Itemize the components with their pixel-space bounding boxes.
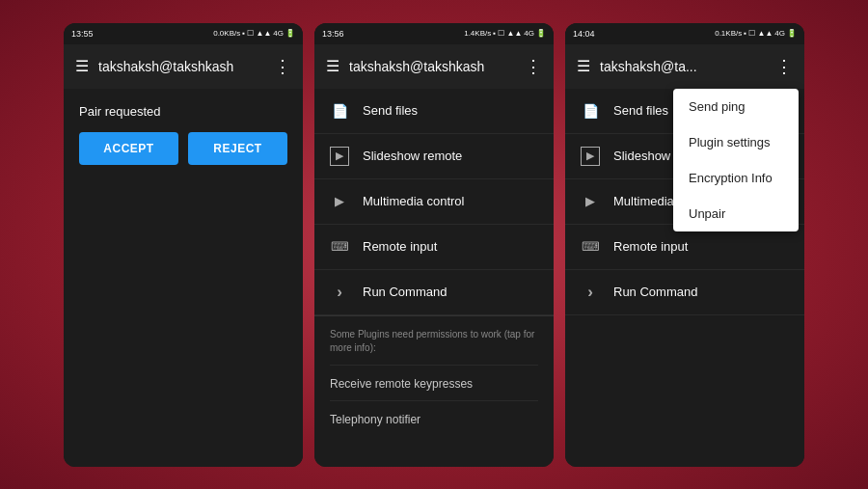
- content-1: Pair requested ACCEPT REJECT: [64, 89, 303, 467]
- slideshow-label: Slideshow remote: [363, 149, 462, 163]
- encryption-info-option[interactable]: Encryption Info: [673, 160, 799, 196]
- phone-2: 13:56 1.4KB/s ▪ ☐ ▲▲ 4G 🔋 ☰ takshaksh@ta…: [314, 23, 554, 467]
- overflow-menu-icon-1[interactable]: ⋮: [274, 56, 291, 77]
- status-time-3: 14:04: [573, 29, 595, 39]
- command-icon-3: ›: [581, 283, 600, 302]
- reject-button[interactable]: REJECT: [188, 132, 287, 165]
- slideshow-icon: ▶: [330, 147, 349, 166]
- hamburger-icon-1[interactable]: ☰: [75, 57, 89, 75]
- status-time-2: 13:56: [322, 29, 344, 39]
- file-icon: 📄: [330, 101, 349, 121]
- remote-input-item[interactable]: ⌨ Remote input: [314, 225, 554, 270]
- hamburger-icon-3[interactable]: ☰: [577, 57, 590, 75]
- send-files-label: Send files: [363, 103, 418, 118]
- multimedia-icon-3: ▶: [581, 192, 600, 211]
- content-2: 📄 Send files ▶ Slideshow remote ▶ Multim…: [314, 89, 554, 467]
- top-bar-title-3: takshaksh@ta...: [600, 59, 766, 74]
- plugin-settings-option[interactable]: Plugin settings: [673, 124, 799, 160]
- multimedia-label: Multimedia control: [363, 194, 465, 208]
- remote-input-label-3: Remote input: [613, 239, 688, 254]
- top-bar-title-1: takshaksh@takshkash: [98, 59, 264, 74]
- run-command-item[interactable]: › Run Command: [314, 270, 554, 315]
- permission-keypresses[interactable]: Receive remote keypresses: [330, 365, 538, 400]
- send-ping-option[interactable]: Send ping: [673, 89, 799, 124]
- run-command-label: Run Command: [363, 285, 447, 299]
- permissions-info-text: Some Plugins need permissions to work (t…: [330, 328, 538, 355]
- overflow-menu-icon-2[interactable]: ⋮: [525, 56, 542, 77]
- accept-button[interactable]: ACCEPT: [79, 132, 178, 165]
- pair-buttons: ACCEPT REJECT: [79, 132, 287, 165]
- status-time-1: 13:55: [71, 29, 94, 39]
- pair-text: Pair requested: [79, 104, 287, 119]
- status-bar-1: 13:55 0.0KB/s ▪ ☐ ▲▲ 4G 🔋: [64, 23, 303, 44]
- keypresses-label: Receive remote keypresses: [330, 377, 473, 391]
- status-right-2: 1.4KB/s ▪ ☐ ▲▲ 4G 🔋: [464, 29, 546, 38]
- send-files-item[interactable]: 📄 Send files: [314, 89, 554, 134]
- status-right-3: 0.1KB/s ▪ ☐ ▲▲ 4G 🔋: [715, 29, 797, 38]
- overflow-dropdown: Send ping Plugin settings Encryption Inf…: [673, 89, 799, 231]
- top-bar-2: ☰ takshaksh@takshkash ⋮: [314, 44, 554, 89]
- run-command-label-3: Run Command: [613, 285, 697, 299]
- slideshow-item[interactable]: ▶ Slideshow remote: [314, 134, 554, 179]
- pair-panel: Pair requested ACCEPT REJECT: [64, 89, 303, 180]
- multimedia-item[interactable]: ▶ Multimedia control: [314, 179, 554, 225]
- remote-input-label: Remote input: [363, 239, 437, 254]
- status-bar-2: 13:56 1.4KB/s ▪ ☐ ▲▲ 4G 🔋: [314, 23, 554, 44]
- top-bar-title-2: takshaksh@takshkash: [349, 59, 515, 74]
- file-icon-3: 📄: [581, 101, 600, 121]
- permission-telephony[interactable]: Telephony notifier: [330, 400, 538, 436]
- phone-1: 13:55 0.0KB/s ▪ ☐ ▲▲ 4G 🔋 ☰ takshaksh@ta…: [64, 23, 303, 467]
- top-bar-1: ☰ takshaksh@takshkash ⋮: [64, 44, 303, 89]
- hamburger-icon-2[interactable]: ☰: [326, 57, 339, 75]
- menu-list-2: 📄 Send files ▶ Slideshow remote ▶ Multim…: [314, 89, 554, 315]
- multimedia-icon: ▶: [330, 192, 349, 211]
- unpair-option[interactable]: Unpair: [673, 196, 799, 231]
- remote-input-icon: ⌨: [330, 237, 349, 257]
- run-command-item-3[interactable]: › Run Command: [565, 270, 804, 315]
- permissions-section: Some Plugins need permissions to work (t…: [314, 315, 554, 442]
- send-files-label-3: Send files: [613, 103, 668, 118]
- status-right-1: 0.0KB/s ▪ ☐ ▲▲ 4G 🔋: [213, 29, 295, 38]
- command-icon: ›: [330, 283, 349, 302]
- remote-input-icon-3: ⌨: [581, 237, 600, 257]
- overflow-menu-icon-3[interactable]: ⋮: [775, 56, 793, 77]
- phone-3: 14:04 0.1KB/s ▪ ☐ ▲▲ 4G 🔋 ☰ takshaksh@ta…: [565, 23, 804, 467]
- slideshow-icon-3: ▶: [581, 147, 600, 166]
- status-bar-3: 14:04 0.1KB/s ▪ ☐ ▲▲ 4G 🔋: [565, 23, 804, 44]
- remote-input-item-3[interactable]: ⌨ Remote input: [565, 225, 804, 270]
- telephony-label: Telephony notifier: [330, 413, 420, 426]
- top-bar-3: ☰ takshaksh@ta... ⋮: [565, 44, 804, 89]
